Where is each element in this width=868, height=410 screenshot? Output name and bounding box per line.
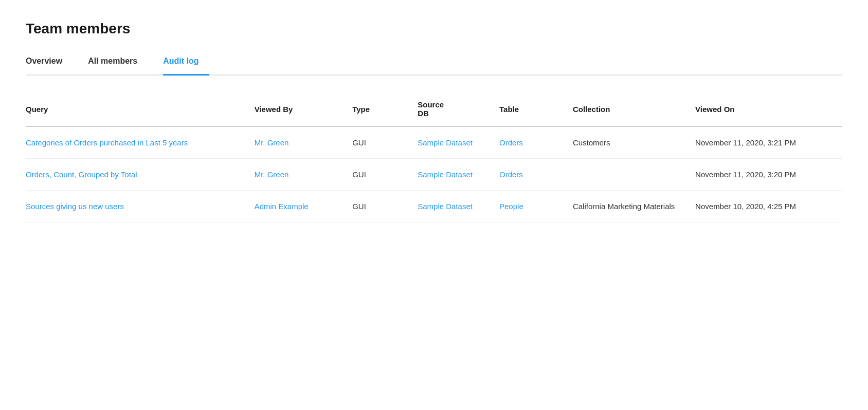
table-row: Sources giving us new usersAdmin Example…: [26, 191, 842, 222]
table-header-row: Query Viewed By Type SourceDB Table Coll…: [26, 94, 842, 126]
table-link[interactable]: Orders: [499, 170, 523, 179]
table-row: Orders, Count, Grouped by TotalMr. Green…: [26, 159, 842, 191]
viewed-by-link[interactable]: Admin Example: [255, 202, 309, 211]
col-header-viewed-on: Viewed On: [695, 94, 842, 126]
type-cell: GUI: [352, 191, 418, 222]
col-header-type: Type: [352, 94, 418, 126]
audit-table: Query Viewed By Type SourceDB Table Coll…: [26, 94, 842, 222]
page-title: Team members: [26, 21, 842, 37]
collection-cell: [573, 159, 695, 191]
table-link[interactable]: People: [499, 202, 523, 211]
tab-overview[interactable]: Overview: [26, 51, 73, 74]
col-header-table: Table: [499, 94, 573, 126]
col-header-viewed-by: Viewed By: [255, 94, 353, 126]
collection-cell: Customers: [573, 126, 695, 159]
query-link[interactable]: Orders, Count, Grouped by Total: [26, 170, 137, 179]
col-header-source-db: SourceDB: [418, 94, 499, 126]
tab-all-members[interactable]: All members: [88, 51, 148, 74]
tabs-nav: Overview All members Audit log: [26, 51, 842, 76]
type-cell: GUI: [352, 126, 418, 159]
viewed-on-cell: November 10, 2020, 4:25 PM: [695, 191, 842, 222]
query-link[interactable]: Sources giving us new users: [26, 202, 124, 211]
viewed-by-link[interactable]: Mr. Green: [255, 170, 289, 179]
source-db-link[interactable]: Sample Dataset: [418, 138, 473, 147]
query-link[interactable]: Categories of Orders purchased in Last 5…: [26, 138, 188, 147]
col-header-query: Query: [26, 94, 255, 126]
viewed-on-cell: November 11, 2020, 3:20 PM: [695, 159, 842, 191]
tab-audit-log[interactable]: Audit log: [163, 51, 209, 76]
type-cell: GUI: [352, 159, 418, 191]
source-db-link[interactable]: Sample Dataset: [418, 170, 473, 179]
viewed-by-link[interactable]: Mr. Green: [255, 138, 289, 147]
table-link[interactable]: Orders: [499, 138, 523, 147]
collection-cell: California Marketing Materials: [573, 191, 695, 222]
source-db-link[interactable]: Sample Dataset: [418, 202, 473, 211]
col-header-collection: Collection: [573, 94, 695, 126]
table-row: Categories of Orders purchased in Last 5…: [26, 126, 842, 159]
viewed-on-cell: November 11, 2020, 3:21 PM: [695, 126, 842, 159]
page-container: Team members Overview All members Audit …: [0, 0, 868, 243]
